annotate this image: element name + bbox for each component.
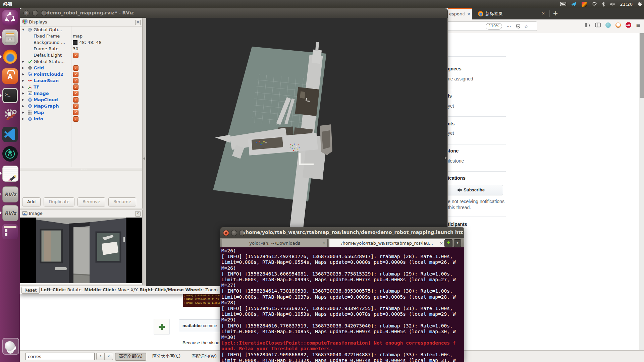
extension-icon[interactable]: [615, 22, 621, 28]
tree-row[interactable]: ▼Global Opti...: [20, 26, 142, 33]
telegram-icon[interactable]: [571, 1, 577, 7]
dock-item-trash[interactable]: [0, 338, 20, 353]
bluetooth-icon[interactable]: [602, 2, 605, 7]
checkbox-checked[interactable]: ✓: [73, 78, 78, 83]
tree-row[interactable]: ▶Image✓: [20, 90, 142, 97]
scrollbar-thumb[interactable]: [640, 33, 644, 98]
page-actions-icon[interactable]: ⋯: [506, 23, 511, 29]
tree-row[interactable]: ▶MapGraph✓: [20, 103, 142, 109]
property-value[interactable]: 48; 48; 48: [79, 40, 102, 45]
close-tab-icon[interactable]: ×: [467, 11, 471, 16]
checkbox-checked[interactable]: ✓: [73, 104, 78, 109]
expander-icon[interactable]: ▶: [20, 79, 26, 82]
minimize-icon[interactable]: −: [231, 230, 237, 236]
image-panel-header[interactable]: Image ×: [20, 210, 142, 218]
extension-icon[interactable]: [605, 22, 611, 28]
terminal-title-bar[interactable]: × − □ /home/yolo/rtab_ws/src/rtabmap_ros…: [220, 227, 464, 238]
pocket-icon[interactable]: [516, 24, 521, 29]
clock[interactable]: 21:20: [620, 2, 633, 7]
tree-row[interactable]: ▶Grid✓: [20, 65, 142, 71]
bookmark-star-icon[interactable]: ☆: [524, 23, 528, 29]
dock-item-rviz-1[interactable]: RViz: [0, 186, 20, 202]
tree-row[interactable]: ▶Info✓: [20, 116, 142, 122]
terminal-output[interactable]: M=26) [ INFO] [1556284612.492481776, 136…: [220, 247, 464, 362]
tab-dropdown-button[interactable]: ▼: [454, 239, 461, 247]
dock-item-gitkraken[interactable]: [0, 146, 20, 162]
displays-panel-header[interactable]: Displays ×: [20, 18, 142, 26]
close-icon[interactable]: ×: [23, 10, 30, 16]
rviz-title-bar[interactable]: × − □ demo_robot_mapping.rviz* - RViz: [20, 8, 447, 18]
dock-item-files[interactable]: [0, 29, 20, 45]
find-previous-button[interactable]: ∧: [96, 353, 105, 360]
tree-row[interactable]: Default Light✓: [20, 52, 142, 58]
close-tab-icon[interactable]: ×: [322, 241, 326, 246]
hamburger-menu-icon[interactable]: ≡: [636, 22, 641, 28]
expander-icon[interactable]: ▶: [20, 85, 26, 88]
keyboard-icon[interactable]: [560, 2, 566, 6]
terminal-tab-launch[interactable]: /home/yolo/rtab_ws/src/rtabmap_ros/lau..…: [329, 239, 445, 247]
checkbox-checked[interactable]: ✓: [73, 53, 78, 58]
session-gear-icon[interactable]: [637, 1, 643, 7]
expander-icon[interactable]: ▶: [20, 60, 26, 63]
dock-item-software[interactable]: A: [0, 68, 20, 84]
expander-icon[interactable]: ▶: [20, 73, 26, 76]
rename-button[interactable]: Rename: [108, 197, 136, 206]
add-button[interactable]: Add: [22, 197, 41, 206]
whole-words-toggle[interactable]: 匹配词句(W): [192, 353, 217, 359]
property-value[interactable]: map: [73, 34, 83, 39]
find-input[interactable]: [25, 353, 95, 360]
checkbox-checked[interactable]: ✓: [73, 110, 78, 115]
tree-row[interactable]: ▶MapCloud✓: [20, 97, 142, 103]
new-tab-button[interactable]: +: [553, 9, 558, 17]
collapse-right-icon[interactable]: [445, 156, 447, 160]
volume-muted-icon[interactable]: [610, 2, 615, 6]
expander-icon[interactable]: ▶: [20, 66, 26, 69]
dock-item-settings[interactable]: [0, 107, 20, 123]
dock-item-firefox[interactable]: [0, 49, 20, 64]
expander-icon[interactable]: ▶: [20, 111, 26, 114]
checkbox-checked[interactable]: ✓: [73, 97, 78, 103]
tree-row[interactable]: ▶Global Statu...: [20, 58, 142, 65]
tree-row[interactable]: ▶PointCloud2✓: [20, 71, 142, 77]
tree-row[interactable]: ▶TF✓: [20, 84, 142, 90]
property-value[interactable]: 30: [73, 46, 78, 51]
highlight-all-toggle[interactable]: 高亮全部(A): [115, 353, 146, 361]
close-icon[interactable]: ×: [135, 20, 141, 25]
tab-new-tab[interactable]: 新标签页 ×: [473, 8, 548, 19]
minimize-icon[interactable]: −: [32, 10, 38, 16]
subscribe-button[interactable]: Subscribe: [448, 185, 503, 195]
expander-icon[interactable]: ▶: [20, 92, 26, 95]
dock-item-rviz-2[interactable]: RViz: [0, 205, 20, 221]
dock-item-vscode[interactable]: [0, 127, 20, 142]
dock-item-purple-window[interactable]: [0, 224, 20, 239]
sidebar-icon[interactable]: [595, 22, 601, 27]
expander-icon[interactable]: ▼: [20, 28, 26, 31]
expander-icon[interactable]: ▶: [20, 105, 26, 108]
panel-splitter[interactable]: [20, 168, 142, 171]
tree-row[interactable]: Fixed Framemap: [20, 33, 142, 39]
cube-app-icon[interactable]: [582, 2, 587, 7]
close-tab-icon[interactable]: ×: [440, 241, 443, 246]
find-next-button[interactable]: ∨: [104, 353, 113, 360]
adblock-plus-icon[interactable]: ABP: [626, 22, 631, 28]
avatar[interactable]: [154, 319, 170, 335]
expander-icon[interactable]: ▶: [20, 117, 26, 120]
dock-item-editor[interactable]: [0, 166, 20, 181]
checkbox-checked[interactable]: ✓: [73, 91, 78, 96]
expander-icon[interactable]: ▶: [20, 98, 26, 101]
reset-button[interactable]: Reset: [21, 287, 40, 294]
close-tab-icon[interactable]: ×: [541, 11, 545, 16]
page-scrollbar[interactable]: [639, 33, 644, 350]
checkbox-checked[interactable]: ✓: [73, 65, 78, 71]
wifi-icon[interactable]: [591, 2, 597, 6]
collapse-left-icon[interactable]: [143, 157, 145, 160]
new-terminal-tab-button[interactable]: +: [444, 239, 452, 247]
checkbox-checked[interactable]: ✓: [73, 116, 78, 122]
tree-row[interactable]: Background ...48; 48; 48: [20, 39, 142, 46]
checkbox-checked[interactable]: ✓: [73, 84, 78, 90]
library-icon[interactable]: [585, 22, 590, 28]
close-icon[interactable]: ×: [135, 211, 141, 217]
checkbox-checked[interactable]: ✓: [73, 72, 78, 77]
tree-row[interactable]: ▶LaserScan✓: [20, 77, 142, 84]
panel-splitter-vertical[interactable]: [143, 18, 146, 285]
